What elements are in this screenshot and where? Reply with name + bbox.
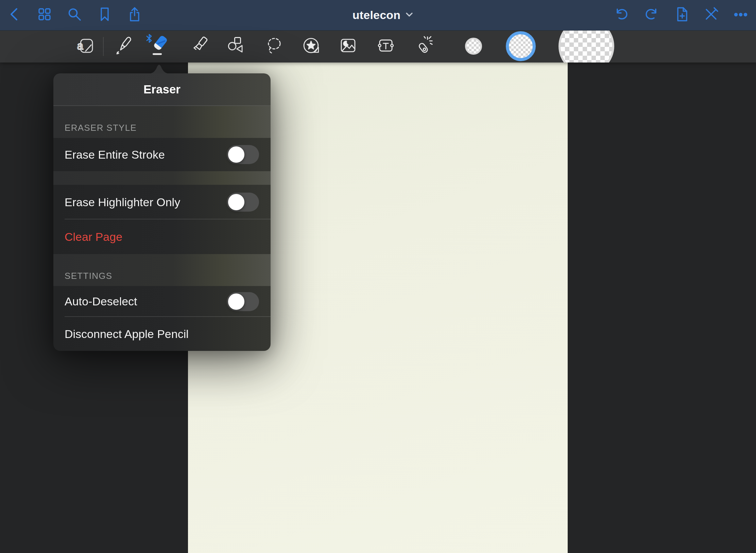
row-clear-page[interactable]: Clear Page (53, 219, 271, 254)
eraser-size-large[interactable] (559, 30, 614, 63)
add-page-icon (674, 6, 689, 23)
row-disconnect-apple-pencil[interactable]: Disconnect Apple Pencil (53, 317, 271, 351)
more-icon (733, 6, 748, 23)
zoom-window-icon: a (76, 36, 96, 57)
eraser-style-label: ERASER STYLE (65, 123, 137, 133)
eraser-size-small[interactable] (465, 38, 482, 55)
redo-icon (643, 6, 659, 23)
pencil-x-icon (703, 6, 719, 23)
image-tool[interactable] (338, 36, 358, 56)
section-gap (53, 171, 271, 185)
shapes-tool[interactable] (226, 36, 246, 56)
settings-label: SETTINGS (65, 271, 112, 281)
section-header-settings: SETTINGS (53, 254, 271, 286)
auto-deselect-label: Auto-Deselect (65, 295, 137, 308)
tool-toolbar: a (0, 30, 756, 63)
eraser-size-medium-selected[interactable] (506, 31, 536, 61)
more-button[interactable] (733, 7, 748, 23)
shapes-icon (226, 36, 246, 57)
highlighter-tool[interactable] (190, 36, 210, 56)
row-erase-highlighter-only[interactable]: Erase Highlighter Only (53, 185, 271, 219)
lasso-icon (264, 36, 284, 57)
goodnotes-screen: { "navbar": { "title": "utelecon", "left… (0, 0, 756, 553)
navbar: utelecon (0, 0, 756, 30)
redo-button[interactable] (643, 7, 659, 23)
text-icon (376, 36, 396, 57)
row-auto-deselect[interactable]: Auto-Deselect (53, 286, 271, 317)
row-erase-entire-stroke[interactable]: Erase Entire Stroke (53, 138, 271, 171)
highlighter-icon (190, 36, 210, 57)
erase-entire-stroke-toggle[interactable] (227, 145, 259, 164)
toolbar-divider (103, 37, 104, 56)
auto-deselect-toggle[interactable] (227, 292, 259, 311)
stop-editing-button[interactable] (703, 7, 719, 23)
document-title: utelecon (353, 8, 400, 22)
undo-icon (614, 6, 630, 23)
disconnect-apple-pencil-label: Disconnect Apple Pencil (65, 327, 189, 341)
erase-highlighter-only-toggle[interactable] (227, 193, 259, 212)
toggle-knob (228, 194, 244, 210)
svg-text:a: a (77, 39, 84, 52)
zoom-window-tool[interactable]: a (76, 36, 96, 56)
chevron-down-icon (406, 12, 413, 19)
toggle-knob (228, 146, 244, 163)
undo-button[interactable] (614, 7, 630, 23)
add-page-button[interactable] (674, 7, 689, 23)
erase-highlighter-only-label: Erase Highlighter Only (65, 196, 180, 209)
pen-icon (114, 36, 134, 57)
toggle-knob (228, 293, 244, 310)
pen-tool[interactable] (114, 36, 134, 56)
bluetooth-icon (146, 34, 153, 44)
section-header-eraser-style: ERASER STYLE (53, 106, 271, 138)
popup-title: Eraser (143, 83, 181, 96)
erase-entire-stroke-label: Erase Entire Stroke (65, 148, 165, 161)
popup-arrow (148, 63, 170, 74)
laser-pointer-icon (413, 36, 433, 57)
clear-page-label: Clear Page (65, 230, 122, 244)
image-icon (338, 36, 358, 57)
text-tool[interactable] (376, 36, 396, 56)
eraser-popup: Eraser ERASER STYLE Erase Entire Stroke … (53, 73, 271, 351)
elements-tool[interactable] (301, 36, 321, 56)
laser-pointer-tool[interactable] (413, 36, 433, 56)
lasso-tool[interactable] (264, 36, 284, 56)
popup-title-band: Eraser (53, 73, 271, 106)
sticker-star-icon (301, 36, 321, 57)
